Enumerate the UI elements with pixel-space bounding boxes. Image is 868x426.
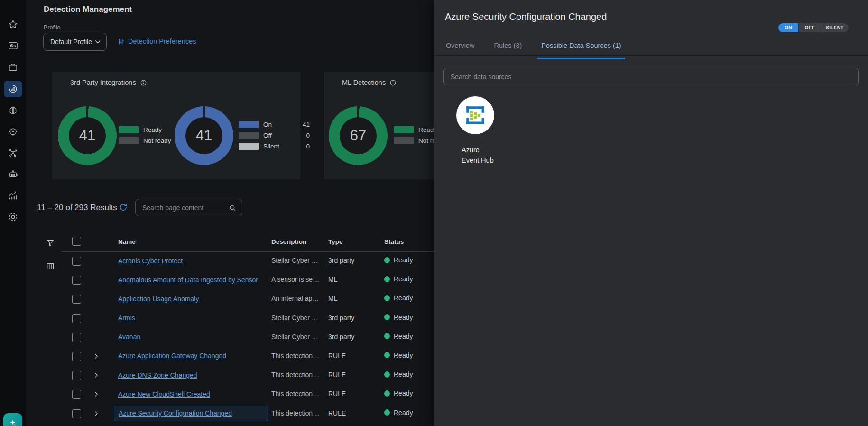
trend-chart-icon[interactable]: [8, 190, 18, 201]
select-all-checkbox[interactable]: [72, 237, 81, 246]
type-cell: ML: [328, 295, 337, 302]
row-checkbox[interactable]: [72, 314, 81, 323]
status-label: Ready: [394, 314, 413, 321]
detection-name-link[interactable]: Anomalous Amount of Data Ingested by Sen…: [118, 276, 258, 284]
description-cell: Stellar Cyber …: [271, 257, 324, 264]
tabs-divider: [434, 55, 868, 56]
donut-value: 41: [196, 127, 212, 144]
detection-name-link[interactable]: Azure DNS Zone Changed: [118, 371, 197, 379]
readiness-donut-chart: 67: [329, 106, 388, 165]
status-cell: Ready: [384, 409, 413, 417]
type-cell: RULE: [328, 371, 346, 379]
profile-select[interactable]: Default Profile: [43, 33, 107, 51]
status-label: Ready: [394, 275, 413, 283]
column-header-name[interactable]: Name: [118, 238, 136, 245]
data-source-search-input[interactable]: [443, 68, 859, 85]
type-cell: 3rd party: [328, 257, 354, 264]
legend-label: Silent: [263, 143, 295, 150]
magnifier-icon[interactable]: [229, 204, 237, 212]
robot-icon[interactable]: [8, 169, 18, 180]
spiral-icon[interactable]: [8, 83, 18, 94]
network-icon[interactable]: [8, 148, 18, 158]
row-checkbox[interactable]: [72, 257, 81, 266]
state-toggle: ON OFF SILENT: [778, 23, 849, 32]
expand-chevron-icon[interactable]: [93, 391, 100, 398]
row-checkbox[interactable]: [72, 409, 81, 418]
detection-preferences-link[interactable]: Detection Preferences: [118, 37, 196, 45]
page-search-input[interactable]: [136, 199, 242, 216]
column-header-description[interactable]: Description: [271, 238, 306, 245]
legend-label: Not ready: [143, 137, 175, 144]
results-count: 11 – 20 of 293 Results: [37, 203, 117, 213]
detection-name-link[interactable]: Armis: [118, 314, 135, 322]
description-cell: This detection…: [271, 409, 324, 417]
readiness-donut-chart: 41: [58, 106, 117, 165]
state-donut-chart: 41: [175, 106, 233, 165]
tab-overview[interactable]: Overview: [445, 41, 475, 55]
ai-assistant-button[interactable]: [3, 413, 22, 426]
sidebar: [0, 0, 26, 426]
description-cell: A sensor is se…: [271, 276, 324, 283]
toggle-off-button[interactable]: OFF: [799, 23, 821, 32]
detection-name-link[interactable]: Application Usage Anomaly: [118, 295, 199, 303]
status-cell: Ready: [384, 352, 413, 359]
column-header-type[interactable]: Type: [328, 238, 343, 245]
card-title: 3rd Party Integrations: [70, 79, 136, 86]
status-dot: [384, 295, 390, 301]
type-cell: RULE: [328, 409, 346, 417]
row-checkbox[interactable]: [72, 371, 81, 380]
type-cell: 3rd party: [328, 333, 354, 341]
gear-icon[interactable]: [8, 212, 18, 222]
expand-chevron-icon[interactable]: [93, 353, 100, 360]
legend-swatch: [239, 121, 259, 128]
row-checkbox[interactable]: [72, 276, 81, 285]
row-checkbox[interactable]: [72, 333, 81, 342]
status-label: Ready: [394, 389, 413, 397]
status-cell: Ready: [384, 333, 413, 340]
refresh-icon[interactable]: [119, 203, 128, 212]
dashboard-icon[interactable]: [8, 40, 18, 51]
legend-value: 41: [295, 121, 310, 128]
expand-chevron-icon[interactable]: [93, 410, 100, 417]
detection-name-link[interactable]: Avanan: [118, 333, 140, 341]
briefcase-icon[interactable]: [8, 62, 18, 73]
status-dot: [384, 257, 390, 263]
donut-value: 67: [350, 127, 366, 144]
target-icon[interactable]: [8, 126, 18, 137]
detection-name-link[interactable]: Azure Application Gateway Changed: [118, 352, 226, 360]
data-source-tile[interactable]: Azure Event Hub: [455, 96, 508, 166]
row-checkbox[interactable]: [72, 295, 81, 304]
tab-possible-data-sources[interactable]: Possible Data Sources (1): [540, 41, 622, 55]
table-header: Name Description Type Status: [0, 235, 434, 251]
status-label: Ready: [394, 333, 413, 340]
legend-label: On: [263, 121, 295, 128]
card-title: ML Detections: [342, 79, 386, 86]
data-source-name: Azure Event Hub: [462, 145, 496, 166]
row-checkbox[interactable]: [72, 390, 81, 399]
detection-name-link[interactable]: Azure Security Configuration Changed: [119, 409, 232, 417]
description-cell: This detection…: [271, 352, 324, 360]
legend-swatch: [239, 143, 259, 150]
status-cell: Ready: [384, 389, 413, 397]
star-icon[interactable]: [8, 19, 18, 30]
sliders-icon: [118, 38, 125, 45]
row-checkbox[interactable]: [72, 352, 81, 361]
column-header-status[interactable]: Status: [384, 238, 404, 245]
status-label: Ready: [394, 409, 413, 417]
status-label: Ready: [394, 370, 413, 378]
info-icon[interactable]: [140, 79, 147, 86]
toggle-on-button[interactable]: ON: [778, 23, 799, 32]
brain-icon[interactable]: [8, 105, 18, 116]
legend-label: Off: [263, 132, 295, 139]
tab-rules[interactable]: Rules (3): [493, 41, 523, 55]
toggle-silent-button[interactable]: SILENT: [821, 23, 849, 32]
status-label: Ready: [394, 294, 413, 302]
detection-name-link[interactable]: Azure New CloudShell Created: [118, 390, 210, 398]
status-cell: Ready: [384, 275, 413, 283]
type-cell: 3rd party: [328, 314, 354, 322]
selected-name-cell: Azure Security Configuration Changed: [114, 406, 268, 421]
page-title: Detection Management: [44, 5, 132, 14]
detection-name-link[interactable]: Acronis Cyber Protect: [118, 257, 183, 265]
expand-chevron-icon[interactable]: [93, 372, 100, 379]
info-icon[interactable]: [389, 79, 397, 86]
